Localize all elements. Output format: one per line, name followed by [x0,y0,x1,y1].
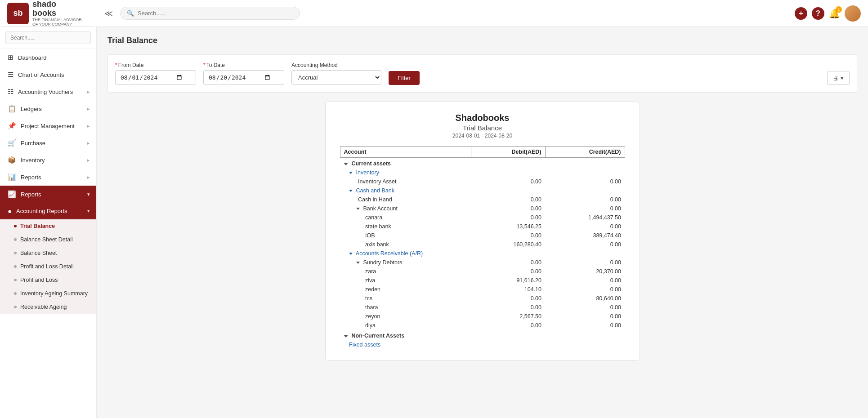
sidebar-item-label: Reports [21,191,83,198]
chart-icon: ☰ [8,71,13,79]
to-date-group: *To Date [203,62,284,85]
table-row: Accounts Receivable (A/R) [340,249,625,258]
table-row: tcs 0.00 80,640.00 [340,294,625,303]
table-row: diya 0.00 0.00 [340,321,625,330]
add-button[interactable]: + [795,7,807,20]
sidebar-item-label: Dashboard [18,54,90,61]
purchase-icon: 🛒 [8,139,16,147]
table-row: Fixed assets [340,340,625,349]
collapse-sidebar-button[interactable]: ≪ [103,7,115,20]
sidebar: ⊞ Dashboard ☰ Chart of Accounts ☷ Accoun… [0,27,97,418]
logo-text: shadobooks THE FINANCIAL ADVISOROF YOUR … [32,0,82,27]
sidebar-item-sales[interactable]: 📊 Reports ▸ [0,169,96,186]
print-dropdown-icon: ▾ [841,75,844,81]
table-row: Cash and Bank [340,186,625,195]
sales-icon: 📊 [8,173,16,181]
table-row: thara 0.00 0.00 [340,303,625,312]
chevron-down-icon: ▾ [87,208,90,214]
sidebar-search-container[interactable] [0,27,96,49]
col-credit: Credit(AED) [545,147,625,158]
sidebar-subitem-balance-sheet-detail[interactable]: Balance Sheet Detail [0,233,96,246]
chevron-down-icon [349,190,353,192]
sidebar-item-label: Accounting Vouchers [18,89,83,95]
table-header-row: Account Debit(AED) Credit(AED) [340,147,625,158]
sidebar-subitem-receivable-ageing[interactable]: Receivable Ageing [0,300,96,314]
project-icon: 📌 [8,122,16,130]
ledgers-icon: 📋 [8,105,16,113]
top-search-input[interactable] [138,10,293,17]
from-date-input[interactable] [120,74,183,81]
subitem-label: Profit and Loss Detail [20,263,74,270]
filter-button[interactable]: Filter [389,71,420,85]
print-icon: 🖨 [833,75,839,81]
to-date-input[interactable] [208,74,271,81]
subitem-label: Trial Balance [20,223,55,229]
sidebar-item-accounting-vouchers[interactable]: ☷ Accounting Vouchers ▸ [0,83,96,100]
sidebar-subitem-balance-sheet[interactable]: Balance Sheet [0,246,96,260]
help-button[interactable]: ? [812,7,824,20]
sidebar-item-label: Chart of Accounts [18,71,90,78]
dashboard-icon: ⊞ [8,53,13,62]
accounting-reports-label: Accounting Reports [16,208,83,214]
sidebar-item-inventory[interactable]: 📦 Inventory ▸ [0,151,96,169]
subitem-label: Inventory Ageing Summary [20,290,88,297]
table-row: Bank Account 0.00 0.00 [340,204,625,213]
chevron-down-icon [349,253,353,255]
col-account: Account [340,147,471,158]
notification-badge: 1 [836,6,842,13]
sidebar-item-project-management[interactable]: 📌 Project Management ▸ [0,117,96,134]
accounting-method-select[interactable]: Accrual Cash [291,70,381,85]
table-row: state bank 13,546.25 0.00 [340,222,625,231]
sidebar-item-ledgers[interactable]: 📋 Ledgers ▸ [0,100,96,117]
print-button[interactable]: 🖨 ▾ [827,71,850,85]
vouchers-icon: ☷ [8,88,13,96]
subitem-label: Balance Sheet [20,250,57,256]
table-row: zara 0.00 20,370.00 [340,267,625,276]
sidebar-subitem-inventory-ageing[interactable]: Inventory Ageing Summary [0,287,96,300]
table-row: ziva 91,616.20 0.00 [340,276,625,285]
notification-icon[interactable]: 🔔 1 [829,8,840,19]
sidebar-item-dashboard[interactable]: ⊞ Dashboard [0,49,96,66]
report-table: Account Debit(AED) Credit(AED) Current a… [340,146,625,349]
from-date-group: *From Date [115,62,196,85]
report-company: Shadobooks [340,113,625,123]
sidebar-subitem-trial-balance[interactable]: Trial Balance [0,219,96,233]
chevron-down-icon [356,262,360,264]
main-layout: ⊞ Dashboard ☰ Chart of Accounts ☷ Accoun… [0,27,868,418]
subitem-label: Balance Sheet Detail [20,236,73,243]
table-row: Cash in Hand 0.00 0.00 [340,195,625,204]
accounting-reports-section: ● Accounting Reports ▾ Trial Balance Bal… [0,203,96,314]
sidebar-item-purchase[interactable]: 🛒 Purchase ▸ [0,134,96,151]
sidebar-subitem-profit-loss-detail[interactable]: Profit and Loss Detail [0,260,96,273]
method-group: Accounting Method Accrual Cash [291,62,381,85]
to-date-input-wrapper[interactable] [203,70,284,85]
sidebar-item-label: Inventory [21,157,83,164]
table-row: axis bank 160,280.40 0.00 [340,240,625,249]
sidebar-search-input[interactable] [5,31,91,44]
chevron-down-icon [356,208,360,210]
logo-icon: sb [7,3,29,24]
chevron-down-icon: ▾ [87,191,90,197]
to-date-label: *To Date [203,62,284,68]
filter-bar: *From Date *To Date Accounting Method Ac… [107,54,857,93]
top-search-bar[interactable]: 🔍 [120,7,300,20]
sidebar-item-chart-of-accounts[interactable]: ☰ Chart of Accounts [0,66,96,83]
chevron-right-icon: ▸ [87,123,90,129]
user-avatar[interactable] [845,5,861,22]
subitem-label: Receivable Ageing [20,304,67,310]
chevron-right-icon: ▸ [87,157,90,163]
table-row: Sundry Debtors 0.00 0.00 [340,258,625,267]
dot-icon [14,306,17,308]
dot-icon [14,292,17,295]
method-label: Accounting Method [291,62,381,68]
from-date-input-wrapper[interactable] [115,70,196,85]
reports-icon: 📈 [8,190,16,198]
chevron-down-icon [344,335,348,338]
table-row: Inventory [340,168,625,177]
sidebar-item-accounting-reports[interactable]: ● Accounting Reports ▾ [0,203,96,219]
report-card: Shadobooks Trial Balance 2024-08-01 - 20… [325,102,640,360]
dot-icon [14,279,17,281]
table-row: IOB 0.00 389,474.40 [340,231,625,240]
sidebar-subitem-profit-loss[interactable]: Profit and Loss [0,273,96,287]
sidebar-item-reports[interactable]: 📈 Reports ▾ [0,186,96,203]
